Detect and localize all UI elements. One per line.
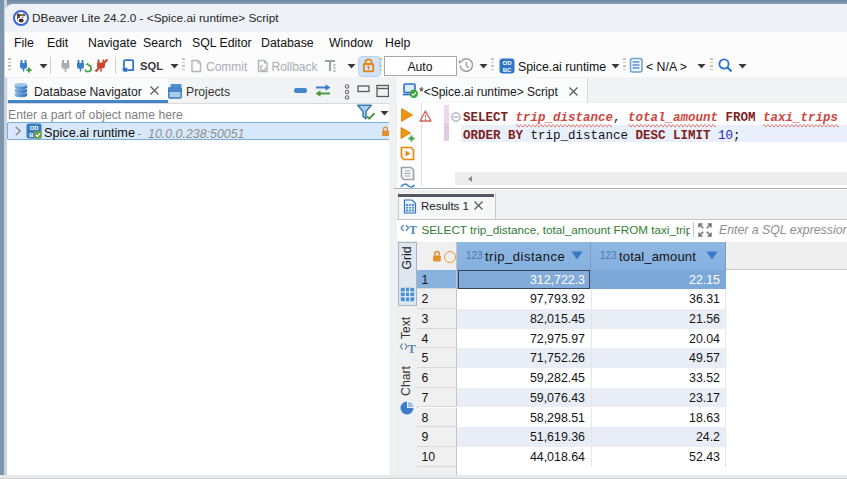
- svg-text:OD: OD: [29, 125, 38, 131]
- svg-text:OD: OD: [503, 60, 513, 66]
- svg-text:B: B: [29, 132, 33, 138]
- svg-text:BC: BC: [503, 67, 512, 73]
